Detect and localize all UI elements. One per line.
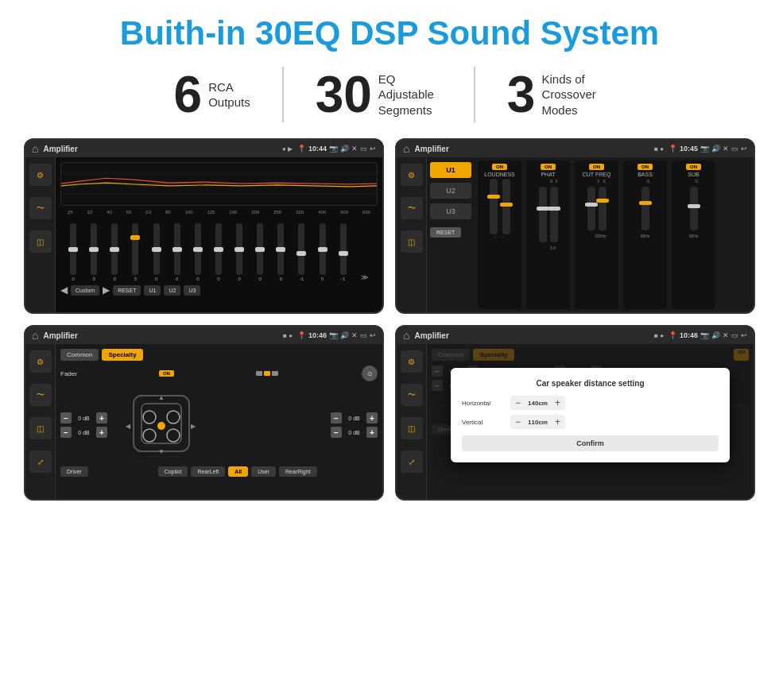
eq-u3-btn[interactable]: U3 bbox=[184, 285, 200, 296]
wave-icon-4[interactable]: 〜 bbox=[401, 384, 423, 406]
play-prev-btn[interactable]: ◀ bbox=[60, 284, 68, 296]
horizontal-plus[interactable]: + bbox=[555, 397, 560, 408]
crossover-channel-area: ON LOUDNESS ~~ ON PHAT bbox=[475, 157, 754, 312]
slider-63[interactable]: 0 bbox=[153, 223, 160, 281]
slider-500[interactable]: -1 bbox=[340, 223, 347, 281]
db-plus-fl[interactable]: + bbox=[96, 412, 107, 423]
status-title-1: Amplifier bbox=[43, 145, 277, 153]
btn-rearright[interactable]: RearRight bbox=[279, 466, 317, 477]
channel-name-cutfreq: CUT FREQ bbox=[583, 172, 611, 177]
eq-arrow-right[interactable]: ≫ bbox=[361, 273, 368, 281]
on-badge-bass[interactable]: ON bbox=[638, 164, 653, 170]
eq-u1-btn[interactable]: U1 bbox=[144, 285, 161, 296]
fader-on-toggle[interactable]: ON bbox=[159, 370, 174, 377]
battery-icon-4: ▭ bbox=[731, 331, 738, 339]
stat-eq: 30 EQ AdjustableSegments bbox=[284, 69, 474, 120]
slider-100[interactable]: 0 bbox=[195, 223, 201, 281]
speaker-icon-2[interactable]: ◫ bbox=[401, 230, 423, 253]
btn-all[interactable]: All bbox=[228, 466, 248, 477]
eq-bottom-controls: ◀ Custom ▶ RESET U1 U2 U3 bbox=[60, 284, 378, 296]
eq-reset-btn[interactable]: RESET bbox=[113, 285, 141, 296]
status-time-2: 10:45 bbox=[680, 145, 698, 153]
speaker-icon-4[interactable]: ◫ bbox=[401, 417, 423, 439]
eq-icon-4[interactable]: ⚙ bbox=[401, 350, 423, 373]
slider-25[interactable]: 0 bbox=[70, 223, 76, 281]
btn-driver[interactable]: Driver bbox=[60, 466, 88, 477]
confirm-button[interactable]: Confirm bbox=[462, 435, 719, 451]
db-plus-rl[interactable]: + bbox=[96, 427, 107, 438]
screens-grid: ⌂ Amplifier ● ▶ 📍 10:44 📷 🔊 ✕ ▭ ↩ ⚙ 〜 ◫ bbox=[24, 138, 755, 501]
eq-icon-3[interactable]: ⚙ bbox=[29, 350, 52, 373]
slider-32[interactable]: 0 bbox=[91, 223, 97, 281]
svg-point-11 bbox=[143, 429, 156, 442]
back-icon-2[interactable]: ↩ bbox=[741, 145, 747, 153]
db-plus-fr[interactable]: + bbox=[366, 412, 378, 423]
slider-400[interactable]: 0 bbox=[320, 223, 326, 281]
dots-icon-4: ■ ● bbox=[654, 332, 664, 339]
eq-icon-1[interactable]: ⚙ bbox=[29, 164, 52, 186]
speaker-icon-1[interactable]: ◫ bbox=[29, 230, 52, 253]
channel-bass: ON BASS G 90Hz bbox=[623, 160, 667, 309]
u3-button[interactable]: U3 bbox=[430, 203, 471, 219]
speaker-icon-3[interactable]: ◫ bbox=[29, 417, 52, 439]
slider-250[interactable]: 0 bbox=[277, 223, 284, 281]
vertical-minus[interactable]: − bbox=[515, 416, 521, 427]
tab-specialty[interactable]: Specialty bbox=[102, 349, 142, 361]
u2-button[interactable]: U2 bbox=[430, 183, 471, 199]
u1-button[interactable]: U1 bbox=[430, 162, 471, 178]
db-val-fl: 0 dB bbox=[74, 416, 94, 421]
home-icon-4[interactable]: ⌂ bbox=[403, 329, 409, 342]
channel-loudness: ON LOUDNESS ~~ bbox=[478, 160, 521, 309]
on-badge-sub[interactable]: ON bbox=[686, 164, 701, 170]
crossover-reset-btn[interactable]: RESET bbox=[430, 227, 461, 238]
back-icon-1[interactable]: ↩ bbox=[370, 145, 376, 153]
status-time-3: 10:46 bbox=[308, 331, 327, 339]
eq-custom-label: Custom bbox=[71, 285, 99, 296]
eq-u2-btn[interactable]: U2 bbox=[164, 285, 180, 296]
on-badge-phat[interactable]: ON bbox=[541, 164, 556, 170]
tab-common[interactable]: Common bbox=[60, 349, 99, 361]
wifi-icon-2: ✕ bbox=[723, 145, 729, 153]
home-icon-3[interactable]: ⌂ bbox=[32, 329, 38, 342]
wave-icon-3[interactable]: 〜 bbox=[29, 384, 52, 406]
btn-rearleft[interactable]: RearLeft bbox=[191, 466, 225, 477]
on-badge-loudness[interactable]: ON bbox=[492, 164, 507, 170]
arrows-icon-3[interactable]: ⤢ bbox=[29, 451, 52, 473]
wave-icon-2[interactable]: 〜 bbox=[401, 197, 423, 219]
arrows-icon-4[interactable]: ⤢ bbox=[401, 451, 423, 473]
home-icon-2[interactable]: ⌂ bbox=[403, 142, 409, 155]
slider-80[interactable]: 0 bbox=[174, 223, 180, 281]
status-bar-4: ⌂ Amplifier ■ ● 📍 10:46 📷 🔊 ✕ ▭ ↩ bbox=[397, 327, 754, 344]
btn-user[interactable]: User bbox=[251, 466, 276, 477]
play-next-btn[interactable]: ▶ bbox=[103, 284, 110, 296]
slider-160[interactable]: 0 bbox=[236, 223, 242, 281]
home-icon-1[interactable]: ⌂ bbox=[32, 142, 38, 155]
settings-circle-btn[interactable]: ⊙ bbox=[362, 365, 378, 381]
slider-40[interactable]: 0 bbox=[111, 223, 118, 281]
btn-copilot[interactable]: Copilot bbox=[158, 466, 188, 477]
db-minus-fr[interactable]: − bbox=[331, 412, 342, 423]
wave-icon-1[interactable]: 〜 bbox=[29, 197, 52, 219]
eq-icon-2[interactable]: ⚙ bbox=[401, 164, 423, 186]
camera-icon-1: 📷 bbox=[329, 145, 338, 153]
camera-icon-3: 📷 bbox=[329, 331, 338, 339]
horizontal-minus[interactable]: − bbox=[515, 397, 521, 408]
dots-icon-3: ■ ● bbox=[283, 332, 293, 339]
db-minus-fl[interactable]: − bbox=[60, 412, 72, 423]
db-left-controls: − 0 dB + − 0 dB + bbox=[60, 412, 107, 438]
db-minus-rl[interactable]: − bbox=[60, 427, 72, 438]
dialog-horizontal-row: Horizontal − 140cm + bbox=[462, 396, 719, 410]
battery-icon-2: ▭ bbox=[731, 145, 738, 153]
slider-320[interactable]: -1 bbox=[298, 223, 304, 281]
vertical-plus[interactable]: + bbox=[555, 416, 560, 427]
db-plus-rr[interactable]: + bbox=[366, 427, 378, 438]
back-icon-3[interactable]: ↩ bbox=[370, 331, 376, 339]
slider-50[interactable]: 5 bbox=[132, 223, 138, 281]
on-badge-cutfreq[interactable]: ON bbox=[589, 164, 604, 170]
slider-200[interactable]: 0 bbox=[257, 223, 263, 281]
status-title-2: Amplifier bbox=[414, 145, 649, 153]
slider-125[interactable]: 0 bbox=[215, 223, 222, 281]
back-icon-4[interactable]: ↩ bbox=[741, 331, 747, 339]
channel-phat: ON PHAT G F 3.0 bbox=[526, 160, 570, 309]
db-minus-rr[interactable]: − bbox=[331, 427, 342, 438]
